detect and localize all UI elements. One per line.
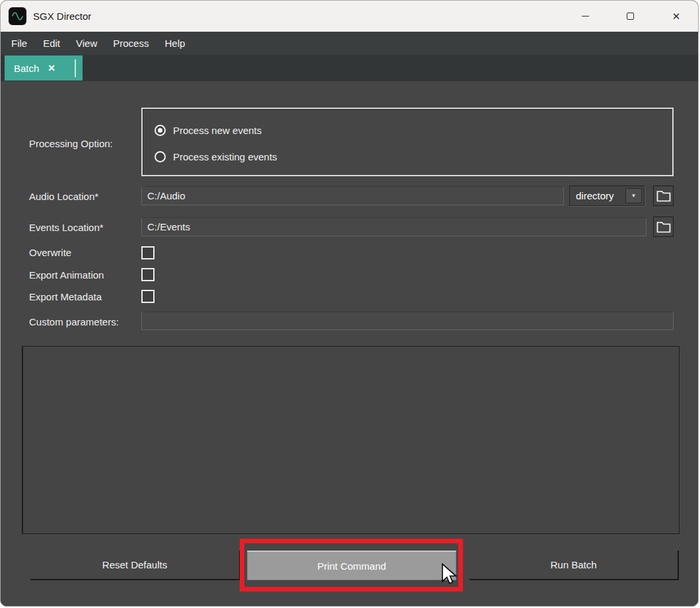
menu-file[interactable]: File: [10, 35, 28, 51]
overwrite-checkbox[interactable]: [141, 246, 155, 259]
dropdown-value: directory: [570, 190, 625, 201]
folder-icon: [656, 190, 671, 202]
tab-label: Batch: [14, 63, 39, 74]
menu-help[interactable]: Help: [163, 35, 186, 51]
app-logo-icon: [9, 7, 26, 25]
tab-batch[interactable]: Batch ✕: [5, 55, 83, 81]
overwrite-label: Overwrite: [29, 247, 71, 258]
radio-row-new-events[interactable]: Process new events: [155, 125, 262, 136]
export-animation-checkbox[interactable]: [141, 268, 155, 281]
minimize-icon: [582, 16, 589, 17]
folder-icon: [656, 221, 671, 233]
radio-process-existing-events[interactable]: [155, 151, 166, 162]
radio-process-new-events[interactable]: [155, 125, 166, 136]
menubar: File Edit View Process Help: [1, 32, 698, 55]
audio-location-type-dropdown[interactable]: directory ▼: [569, 186, 645, 206]
radio-label: Process existing events: [173, 151, 277, 162]
run-batch-button[interactable]: Run Batch: [470, 551, 679, 580]
audio-location-label: Audio Location*: [29, 191, 98, 202]
audio-location-input[interactable]: [141, 186, 564, 205]
menu-view[interactable]: View: [75, 35, 98, 51]
minimize-button[interactable]: [570, 1, 600, 31]
reset-defaults-button[interactable]: Reset Defaults: [30, 551, 240, 580]
export-animation-label: Export Animation: [29, 269, 104, 281]
app-window: SGX Director ✕ File Edit View Process He…: [0, 0, 699, 607]
close-icon: ✕: [672, 11, 681, 21]
tab-bar: Batch ✕: [1, 55, 698, 81]
processing-option-group: Process new events Process existing even…: [141, 108, 674, 176]
custom-parameters-input[interactable]: [141, 312, 674, 330]
events-location-input[interactable]: [141, 217, 647, 236]
print-command-button[interactable]: Print Command: [247, 551, 456, 580]
export-metadata-checkbox[interactable]: [141, 290, 155, 303]
titlebar: SGX Director ✕: [1, 1, 698, 32]
maximize-button[interactable]: [615, 1, 645, 31]
events-location-browse-button[interactable]: [653, 217, 674, 237]
radio-row-existing-events[interactable]: Process existing events: [155, 151, 277, 162]
menu-edit[interactable]: Edit: [42, 35, 61, 51]
maximize-icon: [627, 13, 634, 20]
close-button[interactable]: ✕: [661, 1, 691, 31]
window-title: SGX Director: [33, 11, 91, 22]
output-log-panel[interactable]: [22, 346, 680, 534]
tab-close-icon[interactable]: ✕: [48, 63, 55, 73]
radio-label: Process new events: [173, 125, 262, 136]
audio-location-browse-button[interactable]: [653, 186, 674, 206]
export-metadata-label: Export Metadata: [29, 291, 102, 302]
custom-parameters-label: Custom parameters:: [29, 316, 119, 327]
menu-process[interactable]: Process: [112, 35, 150, 51]
tab-separator: [75, 59, 76, 77]
chevron-down-icon[interactable]: ▼: [625, 188, 642, 203]
processing-option-label: Processing Option:: [29, 138, 113, 149]
events-location-label: Events Location*: [29, 222, 104, 233]
